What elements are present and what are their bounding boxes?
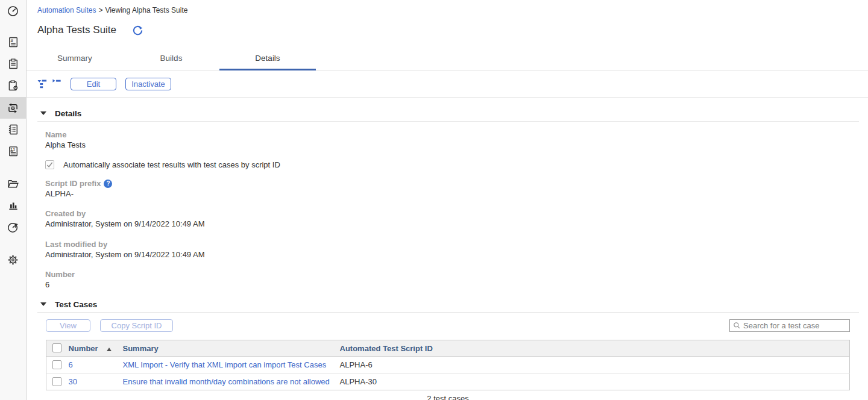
sidebar-item-test-runs[interactable]	[0, 53, 26, 75]
table-row: 30 Ensure that invalid month/day combina…	[46, 373, 850, 390]
collapse-all-icon	[52, 79, 62, 89]
gauge-flag-icon	[7, 221, 19, 234]
row-checkbox[interactable]	[52, 377, 61, 386]
breadcrumb-current: Viewing Alpha Tests Suite	[105, 6, 187, 14]
created-by-label: Created by	[45, 208, 868, 219]
auto-associate-checkbox[interactable]	[45, 160, 54, 169]
gauge-icon	[7, 5, 19, 17]
test-case-summary-link[interactable]: XML Import - Verify that XML import can …	[123, 360, 327, 369]
test-cases-section-title: Test Cases	[55, 300, 97, 309]
app-window: # 1.1 Automation Suit	[0, 0, 868, 400]
test-cases-toolbar: View Copy Script ID	[37, 319, 868, 332]
inactivate-button[interactable]: Inactivate	[125, 78, 171, 90]
sidebar-item-documents[interactable]: 1.1	[0, 140, 26, 162]
created-by-value: Administrator, System on 9/14/2022 10:49…	[45, 219, 868, 229]
details-section-toggle[interactable]: Details	[37, 108, 868, 118]
svg-text:#: #	[10, 38, 13, 43]
tab-builds[interactable]: Builds	[123, 48, 219, 70]
table-row: 6 XML Import - Verify that XML import ca…	[46, 357, 850, 373]
breadcrumb: Automation Suites>Viewing Alpha Tests Su…	[37, 6, 187, 14]
field-script-prefix: Script ID prefix ? ALPHA-	[45, 178, 868, 199]
column-header-number[interactable]: Number	[64, 340, 123, 357]
test-case-summary-link[interactable]: Ensure that invalid month/day combinatio…	[123, 377, 330, 386]
details-page-content: Details Name Alpha Tests Automatically a…	[27, 98, 868, 400]
sidebar-item-requirements[interactable]	[0, 119, 26, 140]
field-created-by: Created by Administrator, System on 9/14…	[45, 208, 868, 229]
select-all-checkbox[interactable]	[52, 343, 61, 352]
breadcrumb-link-automation-suites[interactable]: Automation Suites	[37, 6, 96, 14]
column-header-summary[interactable]: Summary	[123, 340, 340, 357]
number-value: 6	[45, 280, 868, 290]
clipboard-gear-icon	[7, 80, 19, 92]
test-case-script-id: ALPHA-6	[340, 357, 850, 373]
collapse-triangle-icon	[40, 111, 46, 115]
svg-text:1.1: 1.1	[10, 148, 15, 151]
refresh-icon	[132, 25, 143, 36]
edit-button[interactable]: Edit	[71, 78, 116, 90]
tab-details[interactable]: Details	[219, 48, 316, 70]
refresh-button[interactable]	[132, 25, 143, 36]
expand-all-button[interactable]	[37, 79, 48, 89]
document-hash-icon: #	[7, 36, 19, 48]
field-name: Name Alpha Tests	[45, 130, 868, 150]
number-label: Number	[45, 269, 868, 280]
document-numbered-icon: 1.1	[7, 145, 19, 157]
expand-all-icon	[37, 79, 48, 89]
sidebar-item-automation-suites[interactable]	[0, 97, 26, 119]
details-section-title: Details	[55, 109, 81, 118]
copy-script-id-button[interactable]: Copy Script ID	[100, 319, 173, 332]
script-prefix-value: ALPHA-	[45, 189, 868, 199]
test-cases-section-toggle[interactable]: Test Cases	[37, 299, 868, 309]
test-case-count: 2 test cases	[46, 394, 850, 400]
test-cases-table: Number Summary Automated Test Script ID …	[46, 340, 850, 390]
field-name-label: Name	[45, 130, 868, 140]
tab-summary[interactable]: Summary	[27, 48, 123, 70]
collapse-triangle-icon	[40, 302, 46, 306]
sort-ascending-icon	[107, 348, 112, 351]
section-divider	[37, 121, 859, 122]
clipboard-icon	[7, 58, 19, 70]
collapse-all-button[interactable]	[52, 79, 62, 89]
last-modified-value: Administrator, System on 9/14/2022 10:49…	[45, 249, 868, 260]
view-button[interactable]: View	[46, 319, 90, 332]
field-last-modified-by: Last modified by Administrator, System o…	[45, 239, 868, 260]
field-number: Number 6	[45, 269, 868, 290]
auto-associate-label: Automatically associate test results wit…	[63, 160, 280, 169]
breadcrumb-separator: >	[98, 6, 102, 14]
automation-icon	[7, 102, 19, 114]
section-divider	[37, 312, 859, 313]
action-toolbar: Edit Inactivate	[27, 70, 868, 98]
last-modified-label: Last modified by	[45, 239, 868, 249]
sidebar-item-velocity[interactable]	[0, 216, 26, 238]
row-checkbox[interactable]	[52, 360, 61, 369]
script-prefix-label: Script ID prefix	[45, 178, 101, 189]
tab-bar: Summary Builds Details	[27, 48, 868, 70]
page-title: Alpha Tests Suite	[37, 24, 116, 36]
checkmark-icon	[46, 161, 54, 169]
folder-icon	[7, 178, 19, 190]
search-icon	[733, 322, 741, 330]
sidebar-item-reports[interactable]	[0, 195, 26, 216]
notebook-icon	[7, 123, 19, 136]
table-header-row: Number Summary Automated Test Script ID	[46, 340, 850, 357]
test-case-number-link[interactable]: 30	[69, 377, 77, 386]
test-case-script-id: ALPHA-30	[340, 373, 850, 390]
sidebar-item-test-plans[interactable]: #	[0, 31, 26, 53]
sidebar-item-settings[interactable]	[0, 249, 26, 270]
main-panel: Automation Suites>Viewing Alpha Tests Su…	[27, 0, 868, 400]
test-case-number-link[interactable]: 6	[69, 360, 73, 369]
sidebar: # 1.1	[0, 0, 27, 400]
help-icon[interactable]: ?	[104, 180, 112, 188]
search-input[interactable]	[743, 321, 849, 330]
column-header-script-id[interactable]: Automated Test Script ID	[340, 340, 850, 357]
test-case-search	[729, 319, 850, 332]
field-name-value: Alpha Tests	[45, 140, 868, 150]
sidebar-item-dashboard[interactable]	[0, 0, 26, 22]
gear-icon	[7, 254, 19, 266]
sidebar-item-projects[interactable]	[0, 173, 26, 195]
sidebar-item-test-config[interactable]	[0, 75, 26, 96]
bar-chart-icon	[7, 199, 19, 211]
